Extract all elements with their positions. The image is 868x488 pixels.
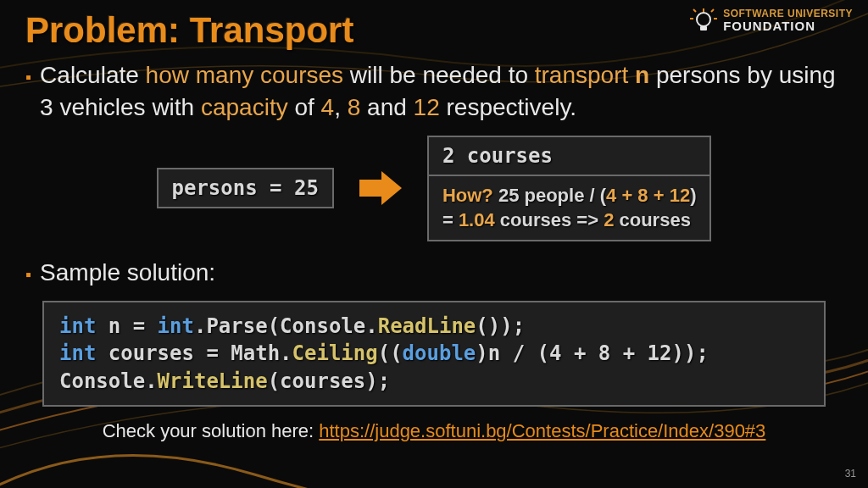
example-explain-box: How? 25 people / (4 + 8 + 12) = 1.04 cou… (427, 175, 712, 241)
bullet-icon: ▪ (25, 263, 31, 286)
example-input-box: persons = 25 (157, 168, 334, 208)
footer-text: Check your solution here: https://judge.… (25, 420, 843, 442)
logo-line2: FOUNDATION (723, 19, 853, 34)
bullet-sample-solution: ▪ Sample solution: (25, 257, 843, 289)
example-output-box: 2 courses (427, 136, 712, 175)
solution-link[interactable]: https://judge.softuni.bg/Contests/Practi… (319, 420, 765, 441)
arrow-icon (359, 171, 402, 205)
code-sample-box: int n = int.Parse(Console.ReadLine()); i… (42, 301, 826, 407)
svg-point-0 (697, 13, 710, 26)
bullet-icon: ▪ (25, 66, 31, 89)
lightbulb-icon (689, 7, 718, 36)
svg-rect-1 (700, 26, 707, 30)
logo: SOFTWARE UNIVERSITY FOUNDATION (689, 7, 853, 36)
svg-line-6 (711, 9, 714, 12)
svg-line-5 (693, 9, 696, 12)
bullet-description: ▪ Calculate how many courses will be nee… (25, 59, 843, 124)
